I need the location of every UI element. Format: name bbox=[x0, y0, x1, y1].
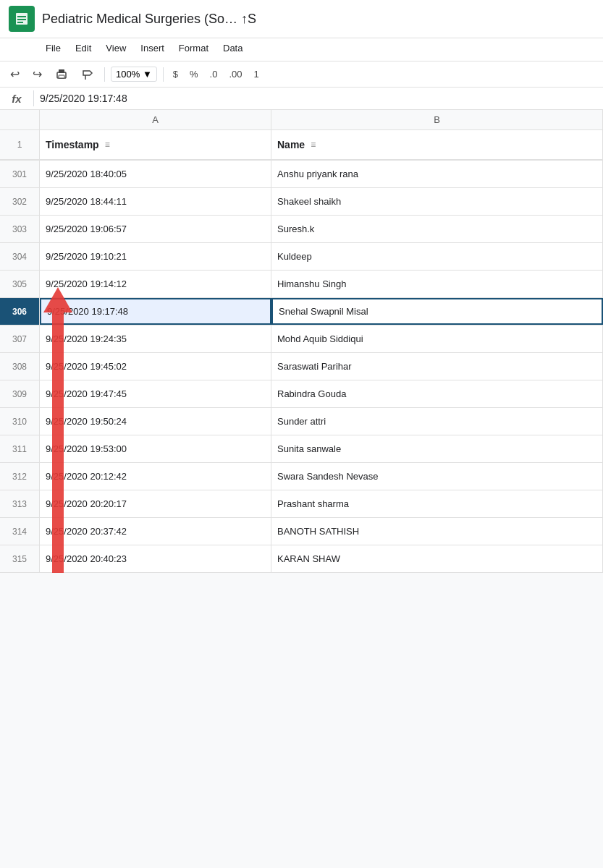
cell-timestamp[interactable]: 9/25/2020 19:47:45 bbox=[40, 380, 271, 407]
table-row[interactable]: 3069/25/2020 19:17:48Snehal Swapnil Misa… bbox=[0, 298, 603, 326]
cell-name[interactable]: Saraswati Parihar bbox=[271, 353, 603, 380]
table-row[interactable]: 3029/25/2020 18:44:11Shakeel shaikh bbox=[0, 188, 603, 216]
row-number: 311 bbox=[0, 435, 40, 462]
svg-rect-3 bbox=[17, 22, 23, 23]
row-number: 307 bbox=[0, 326, 40, 352]
row-number: 310 bbox=[0, 408, 40, 435]
cell-timestamp[interactable]: 9/25/2020 18:40:05 bbox=[40, 161, 271, 187]
table-row[interactable]: 3139/25/2020 20:20:17Prashant sharma bbox=[0, 490, 603, 518]
decimal-less-button[interactable]: .0 bbox=[206, 67, 222, 81]
separator-2 bbox=[163, 67, 164, 82]
cell-name[interactable]: Anshu priyank rana bbox=[271, 161, 603, 187]
document-title: Pediatric Medical Surgeries (So… ↑S bbox=[42, 12, 256, 27]
title-bar: Pediatric Medical Surgeries (So… ↑S bbox=[0, 0, 603, 38]
cell-timestamp[interactable]: 9/25/2020 18:44:11 bbox=[40, 188, 271, 215]
row-number: 302 bbox=[0, 188, 40, 215]
cell-timestamp[interactable]: 9/25/2020 19:06:57 bbox=[40, 216, 271, 242]
column-a-header: A bbox=[40, 110, 271, 129]
undo-button[interactable]: ↩ bbox=[6, 64, 24, 84]
row-number: 303 bbox=[0, 216, 40, 242]
spreadsheet: A B 1 Timestamp ≡ Name ≡ 3019/25/2020 18… bbox=[0, 110, 603, 573]
column-b-header: B bbox=[271, 110, 603, 129]
table-header-row: 1 Timestamp ≡ Name ≡ bbox=[0, 130, 603, 161]
row-number: 305 bbox=[0, 271, 40, 297]
sheets-app-icon bbox=[9, 6, 35, 32]
table-row[interactable]: 3039/25/2020 19:06:57Suresh.k bbox=[0, 216, 603, 243]
filter-icon-b[interactable]: ≡ bbox=[311, 140, 316, 150]
menu-format[interactable]: Format bbox=[173, 40, 214, 56]
zoom-control[interactable]: 100% ▼ bbox=[111, 67, 157, 82]
cell-timestamp[interactable]: 9/25/2020 19:53:00 bbox=[40, 435, 271, 462]
cell-timestamp[interactable]: 9/25/2020 19:45:02 bbox=[40, 353, 271, 380]
row-number: 314 bbox=[0, 518, 40, 545]
cell-name[interactable]: KARAN SHAW bbox=[271, 545, 603, 572]
cell-name[interactable]: Suresh.k bbox=[271, 216, 603, 242]
svg-rect-5 bbox=[59, 69, 64, 73]
currency-button[interactable]: $ bbox=[169, 67, 182, 81]
cell-name[interactable]: BANOTH SATHISH bbox=[271, 518, 603, 545]
table-row[interactable]: 3079/25/2020 19:24:35Mohd Aquib Siddiqui bbox=[0, 326, 603, 353]
redo-button[interactable]: ↪ bbox=[28, 64, 46, 84]
cell-name[interactable]: Prashant sharma bbox=[271, 490, 603, 517]
cell-timestamp[interactable]: 9/25/2020 19:24:35 bbox=[40, 326, 271, 352]
table-row[interactable]: 3049/25/2020 19:10:21Kuldeep bbox=[0, 243, 603, 271]
menu-bar: File Edit View Insert Format Data bbox=[0, 38, 603, 61]
print-button[interactable] bbox=[51, 65, 72, 84]
formula-divider bbox=[33, 90, 34, 106]
menu-view[interactable]: View bbox=[100, 40, 132, 56]
cell-timestamp[interactable]: 9/25/2020 20:40:23 bbox=[40, 545, 271, 572]
data-rows-container: 3019/25/2020 18:40:05Anshu priyank rana3… bbox=[0, 161, 603, 573]
row-number-1: 1 bbox=[0, 130, 40, 159]
menu-edit[interactable]: Edit bbox=[69, 40, 97, 56]
row-number: 315 bbox=[0, 545, 40, 572]
cell-timestamp[interactable]: 9/25/2020 19:17:48 bbox=[40, 298, 271, 325]
percent-button[interactable]: % bbox=[186, 67, 202, 81]
row-number: 312 bbox=[0, 463, 40, 490]
cell-name[interactable]: Sunita sanwale bbox=[271, 435, 603, 462]
column-header-row: A B bbox=[0, 110, 603, 130]
cell-timestamp[interactable]: 9/25/2020 20:12:42 bbox=[40, 463, 271, 490]
row-number: 304 bbox=[0, 243, 40, 270]
row-number: 301 bbox=[0, 161, 40, 187]
svg-rect-1 bbox=[17, 16, 26, 17]
cell-timestamp[interactable]: 9/25/2020 19:14:12 bbox=[40, 271, 271, 297]
cell-timestamp[interactable]: 9/25/2020 20:20:17 bbox=[40, 490, 271, 517]
fx-label: fx bbox=[6, 93, 28, 105]
row-num-header bbox=[0, 110, 40, 129]
cell-name[interactable]: Himanshu Singh bbox=[271, 271, 603, 297]
cell-timestamp[interactable]: 9/25/2020 19:50:24 bbox=[40, 408, 271, 435]
menu-data[interactable]: Data bbox=[217, 40, 248, 56]
menu-insert[interactable]: Insert bbox=[135, 40, 170, 56]
cell-name[interactable]: Mohd Aquib Siddiqui bbox=[271, 326, 603, 352]
table-row[interactable]: 3099/25/2020 19:47:45Rabindra Gouda bbox=[0, 380, 603, 408]
header-cell-timestamp: Timestamp ≡ bbox=[40, 130, 271, 159]
cell-name[interactable]: Kuldeep bbox=[271, 243, 603, 270]
row-number: 309 bbox=[0, 380, 40, 407]
svg-rect-2 bbox=[17, 19, 26, 20]
table-row[interactable]: 3129/25/2020 20:12:42Swara Sandesh Nevas… bbox=[0, 463, 603, 490]
more-button[interactable]: 1 bbox=[250, 67, 262, 81]
formula-content[interactable]: 9/25/2020 19:17:48 bbox=[40, 93, 597, 104]
toolbar: ↩ ↪ 100% ▼ $ % .0 .00 1 bbox=[0, 61, 603, 88]
header-cell-name: Name ≡ bbox=[271, 130, 603, 159]
cell-name[interactable]: Rabindra Gouda bbox=[271, 380, 603, 407]
svg-rect-6 bbox=[59, 75, 64, 78]
table-row[interactable]: 3149/25/2020 20:37:42BANOTH SATHISH bbox=[0, 518, 603, 545]
cell-name[interactable]: Sunder attri bbox=[271, 408, 603, 435]
table-row[interactable]: 3119/25/2020 19:53:00Sunita sanwale bbox=[0, 435, 603, 463]
table-row[interactable]: 3089/25/2020 19:45:02Saraswati Parihar bbox=[0, 353, 603, 380]
decimal-more-button[interactable]: .00 bbox=[225, 67, 245, 81]
cell-timestamp[interactable]: 9/25/2020 20:37:42 bbox=[40, 518, 271, 545]
table-row[interactable]: 3109/25/2020 19:50:24Sunder attri bbox=[0, 408, 603, 435]
cell-name[interactable]: Swara Sandesh Nevase bbox=[271, 463, 603, 490]
table-row[interactable]: 3059/25/2020 19:14:12Himanshu Singh bbox=[0, 271, 603, 298]
table-row[interactable]: 3159/25/2020 20:40:23KARAN SHAW bbox=[0, 545, 603, 573]
cell-name[interactable]: Shakeel shaikh bbox=[271, 188, 603, 215]
formula-bar: fx 9/25/2020 19:17:48 bbox=[0, 88, 603, 110]
menu-file[interactable]: File bbox=[40, 40, 67, 56]
cell-name[interactable]: Snehal Swapnil Misal bbox=[271, 298, 603, 325]
table-row[interactable]: 3019/25/2020 18:40:05Anshu priyank rana bbox=[0, 161, 603, 188]
cell-timestamp[interactable]: 9/25/2020 19:10:21 bbox=[40, 243, 271, 270]
paint-format-button[interactable] bbox=[77, 65, 98, 84]
filter-icon-a[interactable]: ≡ bbox=[105, 140, 110, 150]
